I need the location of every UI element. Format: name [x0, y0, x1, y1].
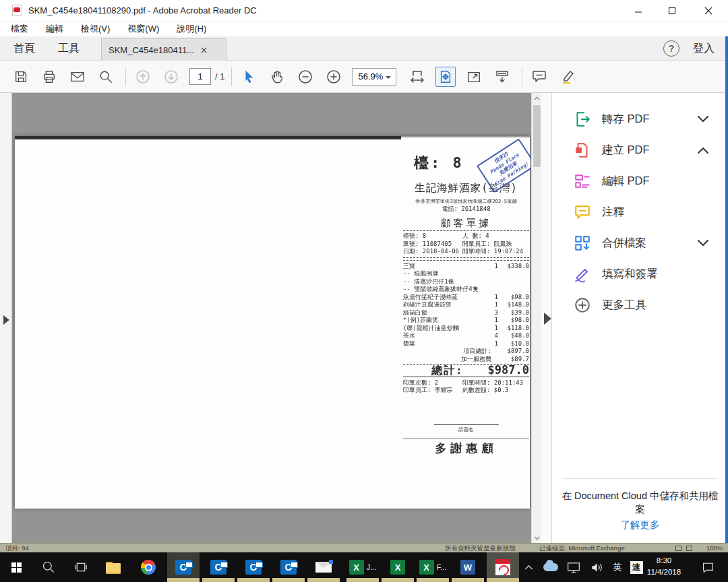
receipt-item-row: 魚湯竹笙杞子浸時蔬 1 $98.0 [403, 294, 529, 302]
sign-in-button[interactable]: 登入 [693, 36, 715, 61]
zoom-level-select[interactable]: 56.9% [352, 68, 396, 86]
tray-network[interactable] [562, 552, 585, 582]
tool-label: 注釋 [602, 205, 624, 220]
tab-bar: 首頁 工具 SKM_C454e180411... ? 登入 [0, 36, 728, 61]
tool-export-pdf[interactable]: 轉存 PDF [552, 104, 728, 135]
learn-more-link[interactable]: 了解更多 [552, 519, 728, 531]
maximize-button[interactable] [657, 0, 688, 22]
receipt-item-row: 絲苗白飯 3 $39.0 [403, 309, 529, 317]
running-app-indicator [417, 578, 449, 582]
tool-fill-sign[interactable]: 填寫和簽署 [552, 259, 728, 290]
select-tool-button[interactable] [239, 67, 259, 87]
email-button[interactable] [67, 67, 88, 87]
tab-document[interactable]: SKM_C454e180411... [101, 38, 226, 61]
search-icon [98, 69, 113, 84]
taskbar-search-button[interactable] [32, 552, 65, 582]
help-button[interactable]: ? [663, 40, 679, 57]
page-total-label: / 1 [215, 71, 224, 82]
receipt-info-row: 檯號: 8 人 數: 4 [403, 232, 529, 240]
fill-sign-pen-icon [574, 265, 591, 283]
minimize-button[interactable] [623, 0, 654, 22]
zoom-in-icon [326, 69, 342, 85]
next-page-button[interactable] [161, 67, 181, 87]
outlook-icon: O [280, 560, 297, 575]
tool-more-tools[interactable]: 更多工具 [552, 290, 728, 321]
tray-onedrive[interactable] [539, 552, 562, 582]
taskbar-clock[interactable]: 8:30 11/4/2018 [642, 555, 686, 578]
zoom-in-button[interactable] [324, 67, 344, 87]
running-app-indicator [167, 578, 200, 582]
email-icon [69, 69, 86, 84]
chevron-down-icon [534, 536, 540, 540]
save-button[interactable] [11, 67, 31, 87]
scrollbar-thumb[interactable] [533, 105, 541, 167]
vertical-scrollbar[interactable] [531, 93, 541, 543]
ime-icon: 速 [630, 561, 643, 574]
create-pdf-icon [574, 141, 591, 159]
task-view-icon [74, 561, 88, 573]
start-button[interactable] [0, 552, 32, 582]
file-explorer-button[interactable] [97, 552, 129, 582]
chevron-up-icon[interactable] [698, 144, 708, 156]
menu-edit[interactable]: 編輯 [46, 23, 63, 35]
outlook-icon: O [245, 560, 262, 575]
tab-home[interactable]: 首頁 [13, 36, 35, 61]
tool-edit-pdf[interactable]: 編輯 PDF [552, 166, 728, 197]
receipt-service-row: 加一服務費 $89.7 [403, 356, 529, 364]
close-button[interactable] [693, 0, 724, 22]
previous-page-button[interactable] [133, 67, 153, 87]
statusbar-folders-status: 所有資料夾皆是最新狀態 [445, 544, 516, 552]
hide-toolbar-button[interactable] [492, 67, 512, 87]
tray-volume[interactable] [585, 552, 608, 582]
full-screen-button[interactable] [464, 67, 484, 87]
comment-bubble-icon [574, 203, 591, 221]
hand-tool-button[interactable] [267, 67, 287, 87]
chevron-down-icon[interactable] [698, 113, 708, 125]
menu-help[interactable]: 說明(H) [177, 23, 206, 35]
open-navigation-pane-arrow-icon[interactable] [3, 315, 9, 325]
tool-combine-files[interactable]: 合併檔案 [552, 228, 728, 259]
signature-line [434, 424, 499, 425]
collapse-tools-panel-arrow-icon[interactable] [544, 313, 551, 325]
menu-window[interactable]: 視窗(W) [127, 23, 159, 35]
edit-pdf-icon [574, 172, 591, 190]
action-center-button[interactable] [693, 552, 723, 582]
menu-view[interactable]: 檢視(V) [81, 23, 110, 35]
running-app-indicator [382, 578, 414, 582]
tool-comment[interactable]: 注釋 [552, 197, 728, 228]
restaurant-name: 生記海鮮酒家(荃灣) [403, 185, 529, 193]
tab-close-icon[interactable] [201, 47, 207, 53]
fit-width-button[interactable] [407, 67, 427, 87]
menu-file[interactable]: 檔案 [11, 23, 28, 35]
highlight-tool-button[interactable] [557, 67, 578, 87]
tray-language[interactable]: 英 [608, 552, 627, 582]
page-down-icon [163, 69, 179, 85]
fit-page-button[interactable] [435, 67, 456, 87]
receipt-item-row: 剁椒汁豆腐邊豉煲 1 $148.0 [403, 301, 529, 309]
tray-show-hidden-icons[interactable] [518, 552, 539, 582]
page-number-input[interactable]: 1 [189, 68, 211, 85]
outlook-icon: O [210, 560, 226, 575]
tab-tools[interactable]: 工具 [58, 36, 80, 61]
search-button[interactable] [96, 67, 116, 87]
zoom-out-button[interactable] [295, 67, 315, 87]
network-display-icon [567, 562, 580, 573]
zoom-out-icon [297, 69, 313, 85]
print-icon [42, 69, 57, 84]
receipt-item-row: (碟)龍蝦汁油皇炒麵 1 $118.0 [403, 325, 529, 333]
scroll-up-button[interactable] [532, 93, 542, 103]
document-view[interactable]: 檯: 8 悅來坊 Panda Place 免費泊車 Free Parking! … [12, 93, 531, 543]
chevron-down-icon[interactable] [698, 237, 708, 249]
receipt-item-row: 醬菜 1 $10.0 [403, 340, 529, 348]
tab-document-label: SKM_C454e180411... [109, 45, 194, 55]
scroll-down-button[interactable] [532, 533, 542, 543]
receipt-thanks: 多謝惠顧 [403, 445, 529, 453]
acrobat-icon [495, 559, 510, 575]
mail-envelope-icon [315, 562, 332, 573]
task-view-button[interactable] [65, 552, 97, 582]
restaurant-address: 香港荃灣荃華街3號悅來坊商場二樓202-5號鋪 [403, 197, 529, 205]
comment-tool-button[interactable] [529, 67, 549, 87]
tool-create-pdf[interactable]: 建立 PDF [552, 135, 728, 166]
print-button[interactable] [39, 67, 59, 87]
chrome-button[interactable] [132, 552, 164, 582]
